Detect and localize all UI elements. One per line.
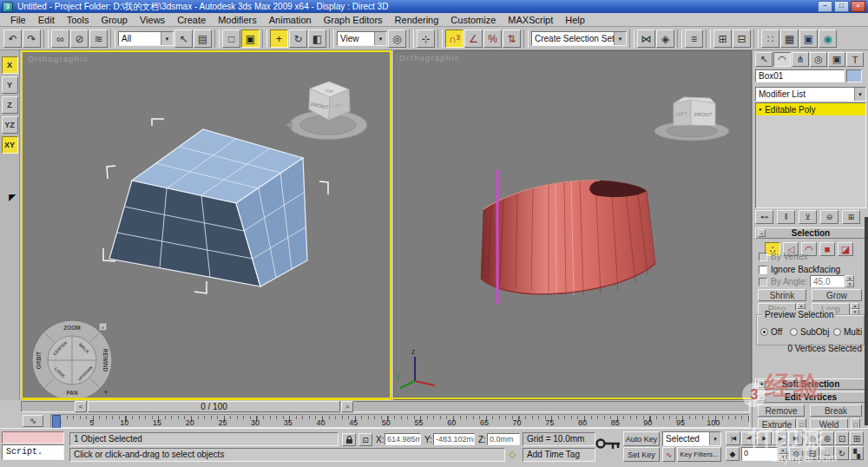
- stack-item-editable-poly[interactable]: ▪ Editable Poly: [756, 103, 865, 115]
- key-mode-toggle-button[interactable]: ◆: [726, 447, 740, 461]
- zoom-extents-icon[interactable]: ⊡: [835, 431, 849, 445]
- preview-multi-radio[interactable]: Multi: [833, 327, 862, 337]
- close-button[interactable]: ×: [851, 1, 865, 12]
- play-button[interactable]: ▶: [757, 431, 772, 445]
- arc-rotate-icon[interactable]: ↻: [835, 446, 849, 460]
- layer-manager-icon[interactable]: ≡: [685, 30, 703, 48]
- collapse-icon[interactable]: -: [758, 393, 766, 401]
- mini-listener-pane[interactable]: Script.: [2, 444, 64, 460]
- current-frame-field[interactable]: 0: [741, 447, 778, 461]
- menu-item[interactable]: Group: [95, 14, 134, 26]
- modify-tab[interactable]: ◠: [773, 52, 791, 67]
- unlink-selection-icon[interactable]: ⊘: [70, 30, 89, 48]
- wheel-rewind-label[interactable]: REWIND: [102, 349, 108, 372]
- chevron-down-icon[interactable]: ▼: [161, 32, 173, 45]
- chevron-down-icon[interactable]: ▼: [614, 32, 626, 45]
- curve-editor-icon[interactable]: ⊞: [713, 30, 732, 48]
- object-color-swatch[interactable]: [846, 69, 862, 82]
- shrink-button[interactable]: Shrink: [758, 289, 806, 301]
- break-button[interactable]: Break: [810, 405, 862, 417]
- window-crossing-toggle-icon[interactable]: ▣: [241, 30, 260, 48]
- viewcube[interactable]: TOP FRONT LEFT: [286, 82, 367, 140]
- select-and-rotate-icon[interactable]: ↻: [289, 30, 307, 48]
- go-to-end-button[interactable]: ▶|: [788, 431, 803, 445]
- menu-item[interactable]: Help: [559, 14, 591, 26]
- object-name-field[interactable]: Box01: [755, 69, 845, 82]
- previous-frame-button[interactable]: ◀|: [741, 431, 756, 445]
- chevron-down-icon[interactable]: ▼: [374, 32, 386, 45]
- menu-item[interactable]: File: [4, 14, 32, 26]
- radio-icon[interactable]: [833, 328, 841, 336]
- wheel-menu-icon[interactable]: ▾: [104, 389, 108, 395]
- set-key-button[interactable]: Set Key: [623, 447, 660, 462]
- menu-item[interactable]: Rendering: [389, 14, 445, 26]
- axis-y-button[interactable]: Y: [2, 76, 18, 94]
- display-tab[interactable]: ▣: [828, 52, 845, 67]
- axis-z-button[interactable]: Z: [2, 96, 18, 114]
- next-frame-arrow[interactable]: >: [341, 401, 353, 412]
- bind-to-space-warp-icon[interactable]: ≋: [89, 30, 108, 48]
- z-coord-field[interactable]: 0.0mm: [487, 433, 520, 445]
- edit-vertices-rollout-header[interactable]: - Edit Vertices: [755, 391, 866, 403]
- reference-coordinate-dropdown[interactable]: View▼: [337, 31, 387, 46]
- spinner-snap-icon[interactable]: ⇅: [503, 30, 521, 48]
- redo-icon[interactable]: ↷: [23, 30, 41, 48]
- mini-curve-editor-button[interactable]: ∿: [23, 415, 43, 427]
- pan-icon[interactable]: ↔: [820, 446, 834, 460]
- menu-item[interactable]: Edit: [32, 14, 61, 26]
- viewcube-front-label[interactable]: FRONT: [694, 112, 713, 117]
- preview-subobj-radio[interactable]: SubObj: [790, 327, 829, 337]
- by-angle-checkbox[interactable]: [759, 278, 767, 286]
- go-to-start-button[interactable]: |◀: [726, 431, 740, 445]
- use-pivot-point-center-icon[interactable]: ◎: [388, 30, 406, 48]
- axis-yz-button[interactable]: YZ: [2, 116, 18, 134]
- min-max-toggle-icon[interactable]: ▚: [850, 446, 864, 460]
- select-object-icon[interactable]: ↖: [174, 30, 193, 48]
- angle-value-field[interactable]: 45.0: [810, 275, 845, 287]
- align-icon[interactable]: ◈: [656, 30, 674, 48]
- quick-render-icon[interactable]: ◉: [819, 30, 837, 48]
- percent-snap-icon[interactable]: %: [483, 30, 502, 48]
- auto-key-button[interactable]: Auto Key: [623, 431, 660, 446]
- axis-x-button[interactable]: X: [2, 56, 18, 74]
- expand-icon[interactable]: +: [758, 380, 766, 388]
- make-unique-icon[interactable]: ⊻: [799, 210, 817, 224]
- selection-lock-button[interactable]: [342, 433, 356, 446]
- menu-item[interactable]: Tools: [61, 14, 95, 26]
- zoom-all-icon[interactable]: ⊛: [820, 431, 834, 445]
- next-frame-button[interactable]: |▶: [773, 431, 787, 445]
- selection-filter-dropdown[interactable]: All▼: [118, 31, 174, 46]
- collapse-icon[interactable]: -: [758, 229, 766, 237]
- chevron-down-icon[interactable]: ▼: [854, 88, 865, 101]
- zoom-region-icon[interactable]: ⊟: [806, 446, 819, 460]
- show-end-result-icon[interactable]: ‖: [777, 210, 795, 224]
- grow-button[interactable]: Grow: [812, 289, 862, 301]
- radio-icon[interactable]: [760, 328, 768, 336]
- time-slider-handle[interactable]: 0 / 100: [88, 401, 340, 412]
- render-setup-icon[interactable]: ▦: [780, 30, 799, 48]
- viewport-right[interactable]: LEFT FRONT X Z Orthographic: [393, 50, 752, 400]
- time-configuration-button[interactable]: ⊙: [789, 447, 803, 461]
- panel-scrollbar[interactable]: [865, 217, 868, 425]
- zoom-icon[interactable]: ⊕: [806, 431, 819, 445]
- zoom-extents-all-icon[interactable]: ⊞: [850, 431, 864, 445]
- loop-spinner[interactable]: ▴▾: [851, 303, 859, 315]
- trackbar-frame-indicator[interactable]: [52, 415, 61, 429]
- menu-item[interactable]: Graph Editors: [318, 14, 389, 26]
- remove-button[interactable]: Remove: [758, 405, 805, 417]
- viewcube[interactable]: LEFT FRONT: [654, 97, 729, 141]
- viewport-left-label[interactable]: Orthographic: [28, 55, 89, 63]
- radio-icon[interactable]: [790, 328, 798, 336]
- steering-wheel[interactable]: ZOOM PAN ORBIT REWIND CENTER WALK LOOK U…: [32, 320, 112, 398]
- angle-spinner[interactable]: ▴▾: [845, 275, 854, 287]
- utilities-tab[interactable]: Τ: [846, 52, 864, 67]
- angle-snap-icon[interactable]: ∠: [464, 30, 483, 48]
- named-selection-sets-combo[interactable]: Create Selection Set▼: [531, 31, 627, 46]
- macro-recorder-pane[interactable]: [2, 431, 64, 444]
- wheel-pan-label[interactable]: PAN: [66, 390, 78, 396]
- viewcube-left-label[interactable]: LEFT: [675, 110, 687, 116]
- menu-item[interactable]: Create: [171, 14, 212, 26]
- configure-modifier-sets-icon[interactable]: ⊞: [842, 210, 860, 224]
- x-coord-field[interactable]: 614.985mm: [385, 433, 421, 445]
- rectangular-selection-region-icon[interactable]: □: [222, 30, 240, 48]
